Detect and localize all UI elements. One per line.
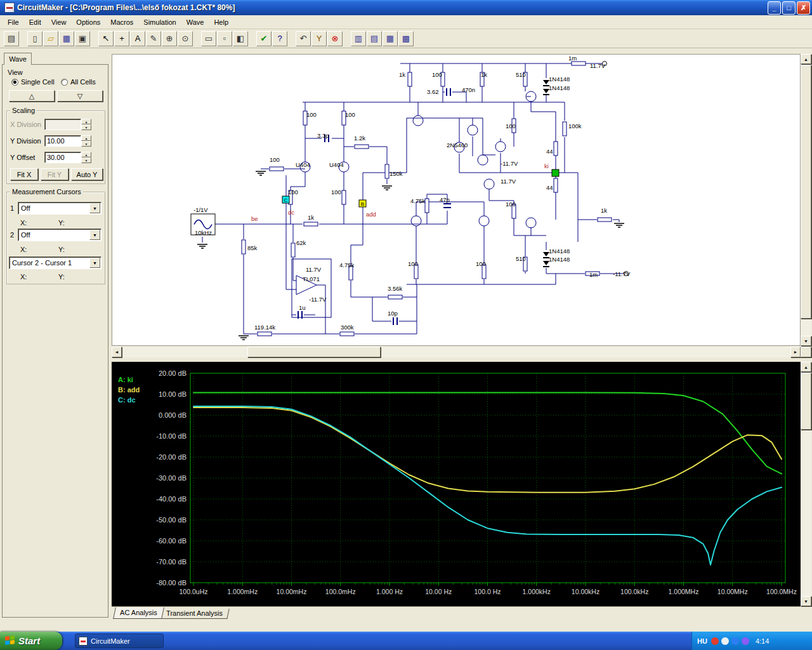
component-label[interactable]: 100 [331,189,341,196]
transistor[interactable] [479,216,489,226]
auto-y-button[interactable]: Auto Y [71,168,103,180]
scroll-right-icon[interactable]: ► [790,347,801,357]
menu-wave[interactable]: Wave [181,16,209,29]
wave-tab[interactable]: Wave [4,53,32,65]
component-label[interactable]: ki [544,162,549,169]
component-label[interactable]: 3.56k [388,285,402,292]
y-offset-input[interactable] [44,152,81,163]
component-label[interactable]: 100 [506,123,516,129]
volume-icon[interactable] [721,637,729,645]
component-label[interactable]: 1m [589,271,598,278]
component-label[interactable]: 510 [516,71,526,78]
all-cells-radio[interactable] [61,79,68,86]
transistor[interactable] [478,155,488,165]
scroll-up-icon[interactable]: ▲ [801,362,811,372]
resistor[interactable] [385,164,389,178]
menu-simulation[interactable]: Simulation [138,16,181,29]
component-label[interactable]: 10kHz [195,229,212,236]
split-view-button[interactable]: ◧ [233,31,248,46]
component-label[interactable]: 100 [345,111,355,118]
delete-tool-button[interactable]: ✎ [146,31,161,46]
wave-prev-button[interactable]: △ [9,90,55,102]
scroll-up-icon[interactable]: ▲ [801,54,811,64]
resistor[interactable] [408,72,412,86]
component-label[interactable]: 11.7V [590,62,606,69]
component-label[interactable]: 85k [247,244,258,251]
component-label[interactable]: 1N4148 [549,84,570,91]
component-label[interactable]: be [251,215,258,222]
plot-vscroll-thumb[interactable] [801,373,811,430]
menu-edit[interactable]: Edit [24,16,46,29]
transistor[interactable] [526,218,536,228]
language-indicator[interactable]: HU [697,637,707,645]
text-tool-button[interactable]: A [130,31,145,46]
y-division-spinner[interactable]: ▲▼ [81,135,91,147]
component-label[interactable]: 470n [462,86,475,93]
network-icon[interactable] [731,637,739,645]
component-label[interactable]: 44 [546,148,553,155]
component-label[interactable]: 4.75k [339,262,354,269]
component-label[interactable]: 11.7V [306,266,322,273]
component-label[interactable]: 119.14k [254,324,275,331]
component-label[interactable]: 100 [506,201,516,208]
component-label[interactable]: 1.2k [354,135,365,142]
resistor[interactable] [355,145,369,149]
resistor[interactable] [554,178,558,192]
component-label[interactable]: 100 [476,260,486,267]
wave-next-button[interactable]: ▽ [57,90,103,102]
start-button[interactable]: Start [0,632,62,650]
component-label[interactable]: 4.75k [410,197,425,204]
probe-tool-button[interactable]: Y [311,31,327,46]
menu-file[interactable]: File [3,16,24,29]
minimize-button[interactable]: _ [768,1,781,15]
component-label[interactable]: 1u [299,304,306,311]
component-label[interactable]: 1N4148 [549,248,570,255]
zoom-select-tool-button[interactable]: ⊕ [162,31,177,46]
transistor[interactable] [468,125,478,135]
component-label[interactable]: 100k [568,123,582,129]
resistor[interactable] [340,332,354,336]
cursor2-select[interactable]: Off ▼ [18,229,102,241]
help-button[interactable]: ? [272,31,287,46]
resistor[interactable] [563,122,566,136]
component-label[interactable]: dc [288,209,294,216]
hscroll-thumb[interactable] [247,347,381,357]
resistor[interactable] [291,243,295,257]
component-label[interactable]: 1k [308,214,314,221]
vscroll-thumb[interactable] [801,65,811,319]
component-label[interactable]: 100 [432,71,442,78]
messenger-icon[interactable] [742,637,749,645]
schematic-canvas[interactable]: CB1k1001k5103.62470n1m11.7V1N41481N41481… [112,54,801,346]
antivirus-icon[interactable] [711,637,719,645]
waveform-window-2-button[interactable]: ▤ [367,31,382,46]
component-label[interactable]: 100 [288,189,298,196]
component-label[interactable]: 100 [270,156,280,163]
fit-window-button[interactable]: ▫ [217,31,232,46]
component-label[interactable]: 100 [306,111,317,118]
resistor[interactable] [425,199,429,213]
scroll-down-icon[interactable]: ▼ [801,596,811,606]
scroll-left-icon[interactable]: ◄ [112,347,122,357]
new-file-button[interactable]: ▯ [27,31,43,46]
component-label[interactable]: 47p [440,196,450,203]
waveform-window-4-button[interactable]: ▩ [398,31,414,46]
component-label[interactable]: 300k [341,324,354,331]
resistor[interactable] [270,167,284,171]
cursor1-select[interactable]: Off ▼ [18,202,102,215]
print-button[interactable]: ▣ [75,31,90,46]
tab-ac-analysis[interactable]: AC Analysis [113,607,164,619]
transistor[interactable] [413,116,423,126]
reset-simulation-button[interactable]: ↶ [296,31,311,46]
component-label[interactable]: 1N4148 [549,76,570,83]
component-label[interactable]: U404 [296,161,310,168]
schematic-hscrollbar[interactable]: ◄ ► [112,347,801,357]
scroll-down-icon[interactable]: ▼ [801,336,811,346]
component-label[interactable]: -11.7V [501,160,518,167]
wire-tool-button[interactable]: + [114,31,129,46]
component-label[interactable]: 3.62 [427,88,439,95]
save-file-button[interactable]: ▦ [59,31,74,46]
y-offset-spinner[interactable]: ▲▼ [81,152,91,163]
transistor[interactable] [411,216,421,226]
simulate-run-button[interactable]: ✔ [256,31,272,46]
waveform-plot[interactable]: 20.00 dB10.00 dB0.000 dB-10.00 dB-20.00 … [112,362,801,606]
